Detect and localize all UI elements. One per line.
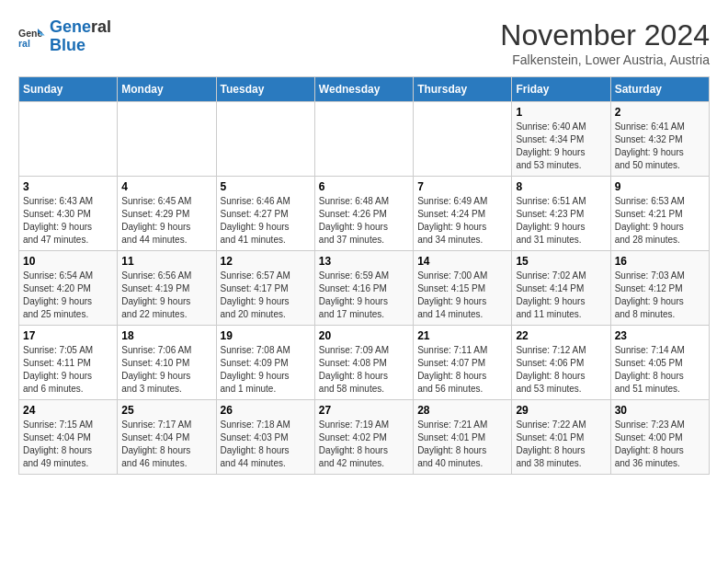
day-number: 23 — [615, 329, 705, 342]
calendar-table: Sunday Monday Tuesday Wednesday Thursday… — [18, 76, 710, 475]
day-number: 3 — [23, 180, 113, 193]
calendar-cell — [19, 102, 118, 177]
header-row: Sunday Monday Tuesday Wednesday Thursday… — [19, 77, 710, 102]
logo-line1: General — [50, 18, 111, 37]
day-number: 26 — [221, 404, 311, 417]
calendar-week-3: 10Sunrise: 6:54 AM Sunset: 4:20 PM Dayli… — [19, 251, 710, 326]
day-number: 21 — [417, 329, 507, 342]
calendar-cell — [414, 102, 512, 177]
day-info: Sunrise: 6:51 AM Sunset: 4:23 PM Dayligh… — [516, 195, 606, 247]
calendar-cell: 12Sunrise: 6:57 AM Sunset: 4:17 PM Dayli… — [216, 251, 314, 326]
calendar-cell: 13Sunrise: 6:59 AM Sunset: 4:16 PM Dayli… — [314, 251, 413, 326]
calendar-cell: 2Sunrise: 6:41 AM Sunset: 4:32 PM Daylig… — [610, 102, 709, 177]
calendar-week-1: 1Sunrise: 6:40 AM Sunset: 4:34 PM Daylig… — [19, 102, 710, 177]
day-info: Sunrise: 7:19 AM Sunset: 4:02 PM Dayligh… — [319, 419, 409, 470]
day-number: 7 — [417, 180, 507, 193]
calendar-cell: 7Sunrise: 6:49 AM Sunset: 4:24 PM Daylig… — [414, 177, 512, 251]
day-number: 13 — [319, 255, 409, 268]
page-header: Gene ral General Blue November 2024 Falk… — [18, 18, 710, 67]
calendar-cell: 9Sunrise: 6:53 AM Sunset: 4:21 PM Daylig… — [610, 177, 709, 251]
day-number: 18 — [121, 329, 211, 342]
day-info: Sunrise: 7:02 AM Sunset: 4:14 PM Dayligh… — [516, 270, 606, 321]
header-tuesday: Tuesday — [216, 77, 314, 102]
month-title: November 2024 — [500, 18, 710, 52]
day-info: Sunrise: 6:56 AM Sunset: 4:19 PM Dayligh… — [121, 270, 211, 321]
svg-text:ral: ral — [18, 37, 30, 48]
header-friday: Friday — [512, 77, 610, 102]
day-number: 19 — [221, 329, 311, 342]
day-info: Sunrise: 6:49 AM Sunset: 4:24 PM Dayligh… — [417, 195, 507, 247]
day-number: 20 — [319, 329, 409, 342]
day-info: Sunrise: 6:53 AM Sunset: 4:21 PM Dayligh… — [615, 195, 705, 247]
day-number: 6 — [319, 180, 409, 193]
day-info: Sunrise: 7:17 AM Sunset: 4:04 PM Dayligh… — [121, 419, 211, 470]
day-info: Sunrise: 7:14 AM Sunset: 4:05 PM Dayligh… — [615, 344, 705, 396]
day-info: Sunrise: 7:11 AM Sunset: 4:07 PM Dayligh… — [417, 344, 507, 396]
calendar-cell: 21Sunrise: 7:11 AM Sunset: 4:07 PM Dayli… — [414, 326, 512, 400]
day-info: Sunrise: 7:23 AM Sunset: 4:00 PM Dayligh… — [615, 419, 705, 470]
calendar-cell: 8Sunrise: 6:51 AM Sunset: 4:23 PM Daylig… — [512, 177, 610, 251]
calendar-cell: 24Sunrise: 7:15 AM Sunset: 4:04 PM Dayli… — [19, 400, 118, 475]
day-number: 8 — [516, 180, 606, 193]
day-info: Sunrise: 7:21 AM Sunset: 4:01 PM Dayligh… — [417, 419, 507, 470]
calendar-cell: 1Sunrise: 6:40 AM Sunset: 4:34 PM Daylig… — [512, 102, 610, 177]
header-wednesday: Wednesday — [314, 77, 413, 102]
calendar-cell — [216, 102, 314, 177]
calendar-cell: 18Sunrise: 7:06 AM Sunset: 4:10 PM Dayli… — [118, 326, 216, 400]
calendar-cell: 25Sunrise: 7:17 AM Sunset: 4:04 PM Dayli… — [118, 400, 216, 475]
day-number: 25 — [121, 404, 211, 417]
day-info: Sunrise: 7:05 AM Sunset: 4:11 PM Dayligh… — [23, 344, 113, 396]
calendar-cell: 6Sunrise: 6:48 AM Sunset: 4:26 PM Daylig… — [314, 177, 413, 251]
logo: Gene ral General Blue — [18, 18, 111, 55]
calendar-cell: 11Sunrise: 6:56 AM Sunset: 4:19 PM Dayli… — [118, 251, 216, 326]
day-info: Sunrise: 7:00 AM Sunset: 4:15 PM Dayligh… — [417, 270, 507, 321]
calendar-cell: 4Sunrise: 6:45 AM Sunset: 4:29 PM Daylig… — [118, 177, 216, 251]
day-number: 4 — [121, 180, 211, 193]
day-number: 15 — [516, 255, 606, 268]
day-info: Sunrise: 7:15 AM Sunset: 4:04 PM Dayligh… — [23, 419, 113, 470]
calendar-week-5: 24Sunrise: 7:15 AM Sunset: 4:04 PM Dayli… — [19, 400, 710, 475]
day-info: Sunrise: 7:09 AM Sunset: 4:08 PM Dayligh… — [319, 344, 409, 396]
calendar-cell: 28Sunrise: 7:21 AM Sunset: 4:01 PM Dayli… — [414, 400, 512, 475]
day-info: Sunrise: 7:12 AM Sunset: 4:06 PM Dayligh… — [516, 344, 606, 396]
day-number: 16 — [615, 255, 705, 268]
header-saturday: Saturday — [610, 77, 709, 102]
calendar-cell: 26Sunrise: 7:18 AM Sunset: 4:03 PM Dayli… — [216, 400, 314, 475]
day-info: Sunrise: 6:40 AM Sunset: 4:34 PM Dayligh… — [516, 121, 606, 172]
calendar-cell: 19Sunrise: 7:08 AM Sunset: 4:09 PM Dayli… — [216, 326, 314, 400]
day-info: Sunrise: 6:41 AM Sunset: 4:32 PM Dayligh… — [615, 121, 705, 172]
day-number: 5 — [221, 180, 311, 193]
day-info: Sunrise: 7:08 AM Sunset: 4:09 PM Dayligh… — [221, 344, 311, 396]
day-number: 14 — [417, 255, 507, 268]
calendar-cell — [118, 102, 216, 177]
day-number: 10 — [23, 255, 113, 268]
calendar-cell — [314, 102, 413, 177]
calendar-week-4: 17Sunrise: 7:05 AM Sunset: 4:11 PM Dayli… — [19, 326, 710, 400]
day-info: Sunrise: 6:48 AM Sunset: 4:26 PM Dayligh… — [319, 195, 409, 247]
day-number: 24 — [23, 404, 113, 417]
day-info: Sunrise: 6:59 AM Sunset: 4:16 PM Dayligh… — [319, 270, 409, 321]
calendar-cell: 15Sunrise: 7:02 AM Sunset: 4:14 PM Dayli… — [512, 251, 610, 326]
day-number: 1 — [516, 106, 606, 119]
calendar-cell: 10Sunrise: 6:54 AM Sunset: 4:20 PM Dayli… — [19, 251, 118, 326]
calendar-cell: 22Sunrise: 7:12 AM Sunset: 4:06 PM Dayli… — [512, 326, 610, 400]
calendar-body: 1Sunrise: 6:40 AM Sunset: 4:34 PM Daylig… — [19, 102, 710, 475]
day-number: 22 — [516, 329, 606, 342]
calendar-cell: 17Sunrise: 7:05 AM Sunset: 4:11 PM Dayli… — [19, 326, 118, 400]
logo-icon: Gene ral — [18, 23, 46, 51]
day-number: 11 — [121, 255, 211, 268]
title-block: November 2024 Falkenstein, Lower Austria… — [500, 18, 710, 67]
day-info: Sunrise: 7:18 AM Sunset: 4:03 PM Dayligh… — [221, 419, 311, 470]
day-number: 9 — [615, 180, 705, 193]
calendar-cell: 14Sunrise: 7:00 AM Sunset: 4:15 PM Dayli… — [414, 251, 512, 326]
logo-line2: Blue — [50, 37, 111, 55]
day-number: 29 — [516, 404, 606, 417]
calendar-week-2: 3Sunrise: 6:43 AM Sunset: 4:30 PM Daylig… — [19, 177, 710, 251]
location: Falkenstein, Lower Austria, Austria — [500, 52, 710, 67]
header-thursday: Thursday — [414, 77, 512, 102]
header-monday: Monday — [118, 77, 216, 102]
day-info: Sunrise: 7:22 AM Sunset: 4:01 PM Dayligh… — [516, 419, 606, 470]
day-info: Sunrise: 7:06 AM Sunset: 4:10 PM Dayligh… — [121, 344, 211, 396]
day-number: 27 — [319, 404, 409, 417]
calendar-cell: 27Sunrise: 7:19 AM Sunset: 4:02 PM Dayli… — [314, 400, 413, 475]
